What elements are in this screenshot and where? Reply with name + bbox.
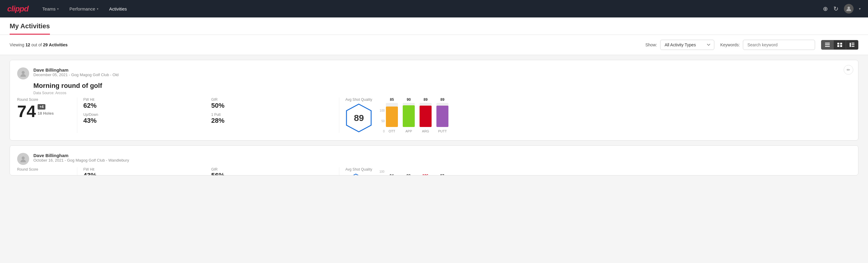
keywords-filter: Keywords: bbox=[720, 40, 815, 50]
keywords-label: Keywords: bbox=[720, 42, 740, 47]
svg-point-12 bbox=[22, 71, 25, 74]
viewing-label: Activities bbox=[49, 42, 68, 47]
avatar-chevron-icon: ▾ bbox=[859, 7, 861, 11]
data-source: Data Source: Arccos bbox=[33, 91, 851, 95]
navbar: clippd Teams ▾ Performance ▾ Activities … bbox=[0, 0, 868, 18]
svg-rect-8 bbox=[850, 43, 851, 47]
shot-quality-chart-2: 100 94 82 bbox=[379, 170, 448, 175]
avg-shot-hexagon: 89 bbox=[345, 103, 372, 133]
arg-bar-fill bbox=[420, 106, 432, 127]
svg-rect-11 bbox=[851, 46, 855, 47]
user-meta: December 05, 2021 - Gog Magog Golf Club … bbox=[33, 72, 851, 77]
card-stats: Round Score 74 +4 18 Holes FW Hit 62% bbox=[17, 97, 851, 133]
oneputt-stat: 1 Putt 28% bbox=[211, 113, 333, 124]
nav-teams[interactable]: Teams ▾ bbox=[38, 4, 63, 14]
chevron-down-icon: ▾ bbox=[57, 7, 59, 10]
view-toggle bbox=[821, 40, 858, 50]
ott-bar: 85 OTT bbox=[386, 97, 398, 133]
arg-bar-2: 106 bbox=[419, 174, 431, 175]
svg-rect-5 bbox=[840, 43, 842, 45]
show-label: Show: bbox=[645, 42, 657, 47]
activity-card: Dave Billingham October 16, 2021 - Gog M… bbox=[10, 145, 858, 175]
svg-rect-10 bbox=[851, 45, 855, 46]
activity-title: Morning round of golf bbox=[33, 82, 851, 90]
activity-type-select[interactable]: All Activity Types bbox=[660, 40, 714, 50]
svg-rect-9 bbox=[851, 43, 855, 43]
activity-card: ✏ Dave Billingham December 05, 2021 - Go… bbox=[10, 60, 858, 141]
edit-button[interactable]: ✏ bbox=[844, 65, 853, 75]
updown-stat: Up/Down 43% bbox=[83, 113, 205, 124]
avatar[interactable] bbox=[844, 4, 854, 13]
page-header: My Activities bbox=[0, 18, 868, 35]
fairway-stats-partial: FW Hit 43% GIR 56% bbox=[77, 167, 339, 175]
round-score-label: Round Score bbox=[17, 167, 71, 172]
fw-hit-stat: FW Hit 43% bbox=[83, 167, 205, 175]
app-bar-2: 82 bbox=[402, 174, 414, 175]
svg-marker-15 bbox=[346, 174, 365, 175]
svg-rect-4 bbox=[837, 43, 839, 45]
refresh-icon[interactable]: ↻ bbox=[833, 5, 839, 12]
putt-bar-2: 87 bbox=[436, 174, 448, 175]
user-meta: October 16, 2021 - Gog Magog Golf Club -… bbox=[33, 158, 851, 163]
round-score-section: Round Score bbox=[17, 167, 77, 175]
viewing-text: Viewing 12 out of 29 Activities bbox=[10, 42, 640, 47]
avg-shot-hexagon bbox=[345, 173, 366, 175]
avatar bbox=[17, 153, 29, 165]
score-holes: 18 Holes bbox=[38, 111, 54, 115]
search-input[interactable] bbox=[743, 40, 815, 50]
fw-hit-stat: FW Hit 62% bbox=[83, 97, 205, 110]
add-icon[interactable]: ⊕ bbox=[823, 5, 828, 12]
svg-rect-2 bbox=[825, 45, 830, 46]
grid-view-button[interactable] bbox=[834, 40, 846, 49]
viewing-total: 29 bbox=[43, 42, 48, 47]
main-content: ✏ Dave Billingham December 05, 2021 - Go… bbox=[0, 55, 868, 185]
arg-bar: 89 ARG bbox=[420, 97, 432, 133]
list-view-button[interactable] bbox=[822, 40, 834, 49]
user-name: Dave Billingham bbox=[33, 153, 851, 158]
svg-point-14 bbox=[22, 156, 25, 159]
user-info: Dave Billingham October 16, 2021 - Gog M… bbox=[33, 153, 851, 163]
avg-shot-label: Avg Shot Quality bbox=[345, 97, 372, 102]
avg-shot-section: Avg Shot Quality 89 100 50 0 bbox=[339, 97, 851, 133]
chart-bars-2: 94 82 106 bbox=[385, 174, 448, 175]
svg-rect-1 bbox=[825, 43, 830, 43]
svg-rect-6 bbox=[837, 45, 839, 47]
avatar bbox=[17, 67, 29, 80]
logo: clippd bbox=[7, 4, 29, 13]
user-name: Dave Billingham bbox=[33, 67, 851, 72]
chevron-down-icon: ▾ bbox=[97, 7, 98, 10]
card-stats-partial: Round Score FW Hit 43% GIR 56% Avg bbox=[17, 167, 851, 175]
app-bar-fill bbox=[403, 105, 415, 127]
putt-bar-fill bbox=[436, 106, 448, 127]
card-header: Dave Billingham October 16, 2021 - Gog M… bbox=[17, 153, 851, 165]
svg-rect-7 bbox=[840, 45, 842, 47]
viewing-count: 12 bbox=[26, 42, 30, 47]
chart-y-axis-2: 100 bbox=[379, 170, 386, 175]
nav-items: Teams ▾ Performance ▾ Activities bbox=[38, 4, 813, 14]
svg-rect-3 bbox=[825, 46, 830, 47]
nav-activities[interactable]: Activities bbox=[105, 4, 131, 14]
round-score-value: 74 +4 18 Holes bbox=[17, 103, 71, 120]
nav-right: ⊕ ↻ ▾ bbox=[823, 4, 861, 13]
page-title: My Activities bbox=[10, 22, 50, 35]
avg-shot-partial: Avg Shot Quality 100 94 bbox=[339, 167, 851, 175]
stat-grid: FW Hit 62% GIR 50% Up/Down 43% 1 Putt 28… bbox=[83, 97, 333, 124]
chart-y-axis: 100 50 0 bbox=[379, 109, 386, 133]
gir-stat: GIR 56% bbox=[211, 167, 333, 175]
svg-point-0 bbox=[847, 7, 850, 9]
stat-grid: FW Hit 43% GIR 56% bbox=[83, 167, 333, 175]
score-placeholder bbox=[17, 175, 35, 175]
avg-shot-label: Avg Shot Quality bbox=[345, 167, 372, 172]
ott-bar-2: 94 bbox=[385, 174, 398, 175]
fairway-stats-section: FW Hit 62% GIR 50% Up/Down 43% 1 Putt 28… bbox=[77, 97, 339, 133]
user-info: Dave Billingham December 05, 2021 - Gog … bbox=[33, 67, 851, 77]
shot-quality-chart: 100 50 0 85 OTT bbox=[379, 97, 448, 133]
detail-view-button[interactable] bbox=[846, 40, 858, 49]
nav-performance[interactable]: Performance ▾ bbox=[65, 4, 102, 14]
card-header: Dave Billingham December 05, 2021 - Gog … bbox=[17, 67, 851, 80]
gir-stat: GIR 50% bbox=[211, 97, 333, 110]
chart-bars: 85 OTT 90 APP bbox=[386, 97, 448, 133]
score-badge: +4 bbox=[38, 104, 45, 110]
putt-bar: 89 PUTT bbox=[436, 97, 448, 133]
app-bar: 90 APP bbox=[403, 97, 415, 133]
